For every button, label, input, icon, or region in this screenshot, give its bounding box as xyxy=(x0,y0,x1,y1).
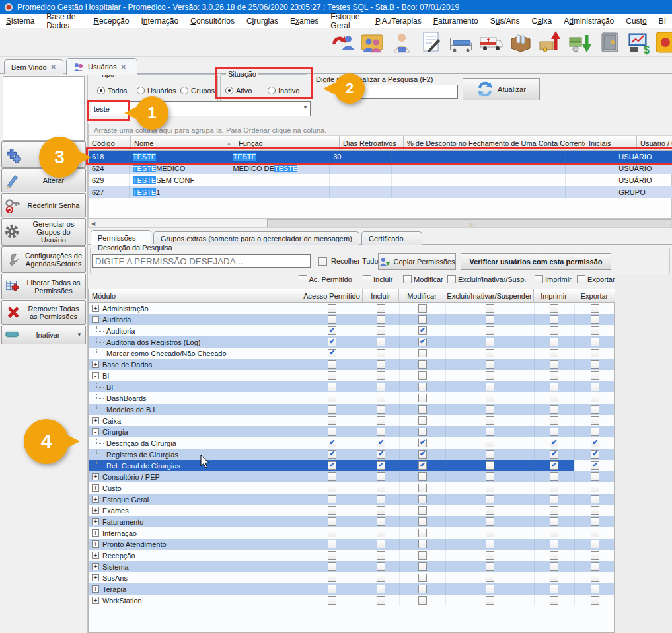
perm-checkbox-acesso-permitido[interactable] xyxy=(328,585,336,593)
perm-checkbox-incluir[interactable] xyxy=(377,540,385,548)
quick-check-imprimir[interactable]: Imprimir xyxy=(535,275,572,283)
perm-row-susans[interactable]: +SusAns xyxy=(89,572,614,583)
expand-icon[interactable]: + xyxy=(92,585,99,593)
perm-checkbox-incluir[interactable] xyxy=(377,495,385,503)
perm-checkbox-imprimir[interactable] xyxy=(550,495,558,503)
perm-checkbox-excluir-inativar-suspender[interactable] xyxy=(486,517,494,526)
perm-checkbox-imprimir[interactable] xyxy=(550,405,558,414)
perm-checkbox-imprimir[interactable] xyxy=(550,326,558,335)
perm-checkbox-modificar[interactable] xyxy=(418,585,427,593)
gerenciar-os-grupos-do-usuario-button[interactable]: Gerenciar os Grupos do Usuário xyxy=(1,218,86,246)
perm-checkbox-exportar[interactable] xyxy=(591,574,599,582)
perm-row-exames[interactable]: +Exames xyxy=(89,505,614,516)
perm-checkbox-modificar[interactable] xyxy=(418,315,427,324)
perm-row-faturamento[interactable]: +Faturamento xyxy=(89,516,614,527)
perm-checkbox-imprimir[interactable] xyxy=(550,439,558,447)
bi-dashboard-icon[interactable]: $ xyxy=(626,30,653,55)
safe-icon[interactable] xyxy=(597,30,623,55)
perm-tab-certificado[interactable]: Certificado xyxy=(361,231,422,245)
perm-checkbox-acesso-permitido[interactable] xyxy=(328,517,336,526)
perm-checkbox-incluir[interactable] xyxy=(377,315,385,324)
menu-item-custo[interactable]: Custo xyxy=(620,15,652,27)
scroll-left-arrow-icon[interactable]: ◀ xyxy=(89,219,98,227)
perm-checkbox-acesso-permitido[interactable] xyxy=(328,596,336,605)
perm-checkbox-incluir[interactable] xyxy=(377,326,385,335)
perm-checkbox-acesso-permitido[interactable] xyxy=(328,529,336,537)
perm-checkbox-exportar[interactable] xyxy=(591,484,599,492)
perm-row-terapia[interactable]: +Terapia xyxy=(89,583,614,595)
perm-checkbox-imprimir[interactable] xyxy=(550,383,558,391)
perm-checkbox-incluir[interactable] xyxy=(377,574,385,582)
expand-icon[interactable]: + xyxy=(92,518,99,525)
expand-icon[interactable]: + xyxy=(92,473,99,480)
tipo-radio-todos[interactable]: Todos xyxy=(97,87,127,94)
perm-checkbox-incluir[interactable] xyxy=(377,439,385,447)
perm-column-imprimir[interactable]: Imprimir xyxy=(534,289,574,303)
perm-column-acesso-permitido[interactable]: Acesso Permitido xyxy=(301,289,363,303)
perm-checkbox-incluir[interactable] xyxy=(377,484,385,492)
perm-checkbox-modificar[interactable] xyxy=(418,338,427,346)
user-row-627[interactable]: 627TESTE1GRUPO xyxy=(89,186,672,198)
perm-checkbox-exportar[interactable] xyxy=(591,562,599,571)
perm-checkbox-imprimir[interactable] xyxy=(550,506,558,515)
perm-checkbox-exportar[interactable] xyxy=(591,416,599,425)
perm-checkbox-excluir-inativar-suspender[interactable] xyxy=(486,338,494,346)
perm-row-auditoria-child[interactable]: Auditoria xyxy=(89,325,614,336)
perm-row-caixa[interactable]: +Caixa xyxy=(89,415,614,426)
perm-checkbox-acesso-permitido[interactable] xyxy=(328,472,336,481)
perm-checkbox-excluir-inativar-suspender[interactable] xyxy=(486,315,494,324)
atualizar-button[interactable]: Atualizar xyxy=(463,78,540,100)
perm-checkbox-modificar[interactable] xyxy=(418,371,427,380)
perm-checkbox-excluir-inativar-suspender[interactable] xyxy=(486,540,494,548)
perm-checkbox-exportar[interactable] xyxy=(591,596,599,605)
perm-checkbox-excluir-inativar-suspender[interactable] xyxy=(486,551,494,560)
tab-bem-vindo[interactable]: Bem Vindo✕ xyxy=(4,59,63,74)
perm-checkbox-incluir[interactable] xyxy=(377,517,385,526)
perm-checkbox-acesso-permitido[interactable] xyxy=(328,461,336,470)
perm-checkbox-excluir-inativar-suspender[interactable] xyxy=(486,383,494,391)
expand-icon[interactable]: + xyxy=(92,305,99,312)
perm-checkbox-excluir-inativar-suspender[interactable] xyxy=(486,394,494,402)
perm-checkbox-acesso-permitido[interactable] xyxy=(328,484,336,492)
liberar-todas-as-permissoes-button[interactable]: Liberar Todas as Permissões xyxy=(1,274,86,299)
perm-checkbox-imprimir[interactable] xyxy=(550,461,558,470)
perm-checkbox-modificar[interactable] xyxy=(418,394,427,402)
perm-checkbox-imprimir[interactable] xyxy=(550,517,558,526)
perm-checkbox-incluir[interactable] xyxy=(377,394,385,402)
perm-row-estoque-geral[interactable]: +Estoque Geral xyxy=(89,494,614,505)
perm-checkbox-exportar[interactable] xyxy=(591,529,599,537)
copiar-permissoes-button[interactable]: Copiar Permissões xyxy=(378,253,456,270)
perm-row-registros-de-cirurgias-child[interactable]: Registros de Cirurgias xyxy=(89,449,614,460)
perm-checkbox-excluir-inativar-suspender[interactable] xyxy=(486,304,494,313)
inativar-button[interactable]: Inativar▼ xyxy=(1,326,86,344)
perm-checkbox-acesso-permitido[interactable] xyxy=(328,450,336,459)
perm-checkbox-excluir-inativar-suspender[interactable] xyxy=(486,461,494,470)
perm-checkbox-imprimir[interactable] xyxy=(550,371,558,380)
perm-checkbox-incluir[interactable] xyxy=(377,506,385,515)
perm-checkbox-incluir[interactable] xyxy=(377,304,385,313)
menu-item-cirurgias[interactable]: Cirurgias xyxy=(241,15,284,27)
perm-checkbox-excluir-inativar-suspender[interactable] xyxy=(486,472,494,481)
perm-checkbox-excluir-inativar-suspender[interactable] xyxy=(486,428,494,436)
tipo-radio-grupos[interactable]: Grupos xyxy=(180,87,215,94)
perm-row-dashboards-child[interactable]: DashBoards xyxy=(89,392,614,404)
perm-checkbox-exportar[interactable] xyxy=(591,517,599,526)
quick-check-exportar[interactable]: Exportar xyxy=(577,275,615,283)
menu-item-faturamento[interactable]: Faturamento xyxy=(428,15,484,27)
perm-checkbox-imprimir[interactable] xyxy=(550,416,558,425)
perm-checkbox-acesso-permitido[interactable] xyxy=(328,326,336,335)
perm-checkbox-acesso-permitido[interactable] xyxy=(328,506,336,515)
collapse-icon[interactable]: - xyxy=(92,316,99,323)
perm-checkbox-exportar[interactable] xyxy=(591,450,599,459)
perm-column-modificar[interactable]: Modificar xyxy=(399,289,445,303)
perm-checkbox-exportar[interactable] xyxy=(591,461,599,470)
perm-checkbox-incluir[interactable] xyxy=(377,472,385,481)
remover-todas-as-permissoes-button[interactable]: Remover Todas as Permissões xyxy=(1,300,86,325)
perm-checkbox-excluir-inativar-suspender[interactable] xyxy=(486,439,494,447)
perm-checkbox-exportar[interactable] xyxy=(591,338,599,346)
perm-checkbox-incluir[interactable] xyxy=(377,450,385,459)
perm-row-internacao[interactable]: +Internação xyxy=(89,527,614,539)
stock-icon[interactable] xyxy=(507,30,534,55)
menu-item-sus-ans[interactable]: Sus/Ans xyxy=(484,15,526,27)
perm-row-pronto-atendimento[interactable]: +Pronto Atendimento xyxy=(89,539,614,550)
